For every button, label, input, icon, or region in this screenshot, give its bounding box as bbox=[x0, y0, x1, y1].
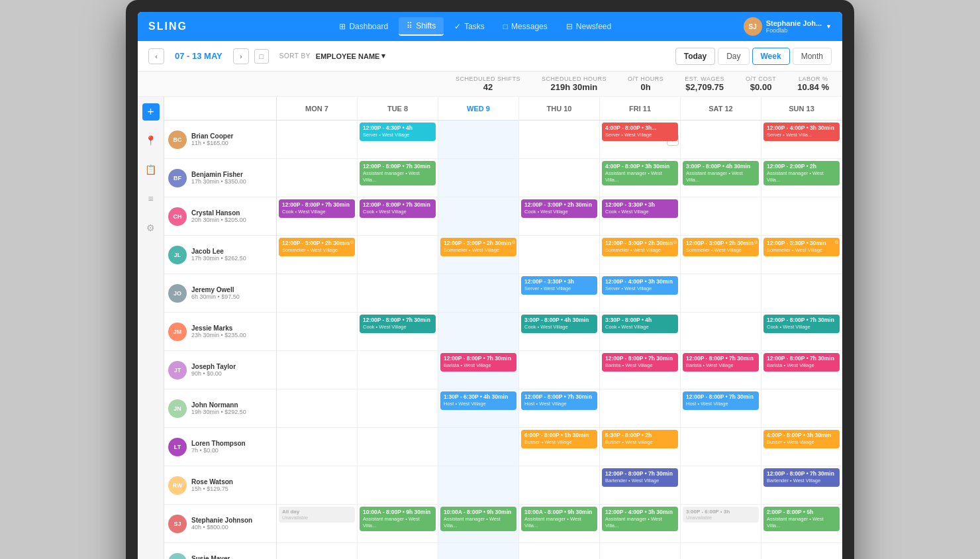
day-cell[interactable] bbox=[681, 197, 761, 236]
nav-dashboard[interactable]: ⊞ Dashboard bbox=[331, 17, 396, 36]
day-cell[interactable] bbox=[519, 543, 600, 559]
shift-block[interactable]: 4:00P - 8:00P • 3h...Server • West Villa… bbox=[602, 123, 678, 141]
day-cell[interactable]: 12:00P - 8:00P • 7h 30minHost • West Vil… bbox=[519, 389, 600, 428]
shift-block[interactable]: 5:30P - 8:00P • 2hBusser • West Village bbox=[602, 430, 678, 448]
day-cell[interactable]: 4:00P - 8:00P • 3h 30minAssistant manage… bbox=[600, 159, 681, 197]
user-menu[interactable]: SJ Stephanie Joh... Foodlab ▼ bbox=[744, 17, 832, 36]
shift-block[interactable]: 12:00P - 2:00P • 2hAssistant manager • W… bbox=[763, 161, 840, 185]
day-cell[interactable]: 12:00P - 8:00P • 7h 30minHost • West Vil… bbox=[681, 389, 761, 428]
day-cell[interactable] bbox=[358, 543, 438, 559]
day-cell[interactable]: 12:00P - 8:00P • 7h 30minBarista • West … bbox=[761, 351, 842, 389]
shift-block[interactable]: ⧉12:00P - 3:00P • 2h 30minSommelier • We… bbox=[602, 238, 678, 256]
shift-block[interactable]: 12:00P - 4:00P • 3h 30minAssistant manag… bbox=[602, 507, 678, 531]
day-cell[interactable]: 1:30P - 6:30P • 4h 30minHost • West Vill… bbox=[438, 389, 519, 428]
shift-block[interactable]: 3:00P - 8:00P • 4h 30minCook • West Vill… bbox=[521, 315, 597, 333]
shift-block[interactable]: 4:00P - 8:00P • 3h 30minBusser • West Vi… bbox=[763, 430, 840, 448]
shift-block[interactable]: ⧉12:00P - 3:00P • 2h 30minSommelier • We… bbox=[440, 238, 516, 256]
day-cell[interactable]: 12:00P - 8:00P • 7h 30minCook • West Vil… bbox=[277, 197, 358, 236]
shift-block[interactable]: 3:00P - 8:00P • 4h 30minAssistant manage… bbox=[683, 161, 759, 185]
day-cell[interactable] bbox=[681, 466, 761, 505]
day-cell[interactable]: 12:00P - 4:00P • 3h 30minAssistant manag… bbox=[600, 505, 681, 543]
shift-block[interactable]: 10:00A - 8:00P • 9h 30minAssistant manag… bbox=[360, 507, 436, 531]
location-icon[interactable]: 📍 bbox=[142, 131, 160, 150]
nav-shifts[interactable]: ⠿ Shifts bbox=[399, 17, 444, 36]
day-cell[interactable]: 12:00P - 2:00P • 2hAssistant manager • W… bbox=[761, 159, 842, 197]
shift-block[interactable]: ⧉12:00P - 3:00P • 2h 30minSommelier • We… bbox=[279, 238, 355, 256]
day-cell[interactable]: 12:00P - 8:00P • 7h 30minBartender • Wes… bbox=[761, 466, 842, 505]
month-view-button[interactable]: Month bbox=[793, 48, 832, 65]
day-cell[interactable] bbox=[277, 313, 358, 351]
day-cell[interactable]: 12:00P - 3:30P • 3hCook • West Village bbox=[600, 197, 681, 236]
add-button[interactable]: + bbox=[142, 103, 160, 121]
day-cell[interactable] bbox=[438, 466, 519, 505]
day-cell[interactable] bbox=[358, 466, 438, 505]
shift-block[interactable]: 10:00A - 8:00P • 9h 30minAssistant manag… bbox=[440, 507, 516, 531]
shift-block[interactable]: 12:00P - 8:00P • 7h 30minHost • West Vil… bbox=[683, 391, 759, 410]
nav-newsfeed[interactable]: ⊟ Newsfeed bbox=[558, 17, 619, 36]
day-cell[interactable]: 12:00P - 8:00P • 7h 30minCook • West Vil… bbox=[358, 197, 438, 236]
day-cell[interactable] bbox=[600, 543, 681, 559]
day-cell[interactable] bbox=[358, 389, 438, 428]
day-cell[interactable] bbox=[681, 274, 761, 313]
shift-block[interactable]: 1:30P - 6:30P • 4h 30minHost • West Vill… bbox=[440, 391, 516, 410]
day-cell[interactable] bbox=[761, 197, 842, 236]
shift-block[interactable]: 12:00P - 8:00P • 7h 30minAssistant manag… bbox=[360, 161, 436, 185]
day-cell[interactable]: 5:30P - 8:00P • 2hBusser • West Village bbox=[600, 428, 681, 466]
day-cell[interactable]: 12:00P - 8:00P • 7h 30minAssistant manag… bbox=[358, 159, 438, 197]
day-cell[interactable] bbox=[438, 159, 519, 197]
day-cell[interactable]: ⧉12:00P - 3:00P • 2h 30minSommelier • We… bbox=[600, 236, 681, 274]
day-cell[interactable] bbox=[277, 428, 358, 466]
day-cell[interactable] bbox=[277, 274, 358, 313]
shift-block[interactable]: 12:00P - 8:00P • 7h 30minBarista • West … bbox=[683, 353, 759, 372]
day-cell[interactable] bbox=[600, 389, 681, 428]
day-cell[interactable]: 12:00P - 4:00P • 3h 30minServer • West V… bbox=[761, 121, 842, 159]
shift-block[interactable]: 12:00P - 8:00P • 7h 30minBarista • West … bbox=[440, 353, 516, 372]
day-cell[interactable]: 2:00P - 8:00P • 5hAssistant manager • We… bbox=[761, 505, 842, 543]
day-cell[interactable]: All dayUnavailable bbox=[277, 505, 358, 543]
prev-week-button[interactable]: ‹ bbox=[148, 48, 164, 64]
nav-messages[interactable]: □ Messages bbox=[495, 17, 556, 36]
settings-icon[interactable]: ⚙ bbox=[142, 219, 160, 237]
day-cell[interactable] bbox=[277, 121, 358, 159]
day-cell[interactable] bbox=[358, 351, 438, 389]
day-cell[interactable]: ⧉12:00P - 3:30P • 30minSommelier • West … bbox=[761, 236, 842, 274]
day-cell[interactable] bbox=[438, 274, 519, 313]
day-cell[interactable]: 3:30P - 8:00P • 4hCook • West Village bbox=[600, 313, 681, 351]
day-cell[interactable] bbox=[438, 121, 519, 159]
shift-block[interactable]: 10:00A - 8:00P • 9h 30minAssistant manag… bbox=[521, 507, 597, 531]
day-cell[interactable]: 12:00P - 4:30P • 4hServer • West Village bbox=[358, 121, 438, 159]
day-cell[interactable]: 4:00P - 8:00P • 3h 30minBusser • West Vi… bbox=[761, 428, 842, 466]
shift-block[interactable]: 12:00P - 8:00P • 7h 30minBarista • West … bbox=[602, 353, 678, 372]
day-cell[interactable] bbox=[438, 428, 519, 466]
day-cell[interactable] bbox=[681, 543, 761, 559]
day-cell[interactable] bbox=[277, 389, 358, 428]
week-view-button[interactable]: Week bbox=[752, 48, 790, 65]
day-cell[interactable]: +4:00P - 8:00P • 3h...Server • West Vill… bbox=[600, 121, 681, 159]
shift-block[interactable]: 12:00P - 4:30P • 4hServer • West Village bbox=[360, 123, 436, 141]
day-cell[interactable] bbox=[438, 543, 519, 559]
day-cell[interactable]: 12:00P - 3:00P • 2h 30minCook • West Vil… bbox=[519, 197, 600, 236]
day-cell[interactable] bbox=[519, 121, 600, 159]
day-cell[interactable]: 12:00P - 8:00P • 7h 30minCook • West Vil… bbox=[761, 313, 842, 351]
shift-block[interactable]: 12:00P - 8:00P • 7h 30minBartender • Wes… bbox=[763, 468, 840, 487]
today-button[interactable]: Today bbox=[675, 48, 715, 65]
shift-block[interactable]: ⧉12:00P - 3:30P • 30minSommelier • West … bbox=[763, 238, 840, 256]
day-cell[interactable] bbox=[761, 274, 842, 313]
day-cell[interactable]: 10:00A - 8:00P • 9h 30minAssistant manag… bbox=[358, 505, 438, 543]
day-cell[interactable]: 12:00P - 4:00P • 3h 30minServer • West V… bbox=[600, 274, 681, 313]
day-cell[interactable]: 12:00P - 8:00P • 7h 30minBarista • West … bbox=[438, 351, 519, 389]
day-cell[interactable] bbox=[277, 159, 358, 197]
shift-block[interactable]: 12:00P - 3:30P • 3hServer • West Village bbox=[521, 276, 597, 295]
day-cell[interactable]: 12:00P - 3:30P • 3hServer • West Village bbox=[519, 274, 600, 313]
shift-block[interactable]: 4:00P - 8:00P • 3h 30minAssistant manage… bbox=[602, 161, 678, 185]
shift-block[interactable]: 12:00P - 8:00P • 7h 30minHost • West Vil… bbox=[521, 391, 597, 410]
day-cell[interactable] bbox=[519, 159, 600, 197]
day-cell[interactable] bbox=[681, 313, 761, 351]
shift-block[interactable]: 12:00P - 8:00P • 7h 30minCook • West Vil… bbox=[763, 315, 840, 333]
day-cell[interactable]: ⧉12:00P - 3:00P • 2h 30minSommelier • We… bbox=[681, 236, 761, 274]
shift-block[interactable]: 12:00P - 8:00P • 7h 30minBarista • West … bbox=[763, 353, 840, 372]
day-cell[interactable]: 10:00A - 8:00P • 9h 30minAssistant manag… bbox=[519, 505, 600, 543]
day-cell[interactable]: 3:00P - 8:00P • 4h 30minAssistant manage… bbox=[681, 159, 761, 197]
sort-dropdown[interactable]: EMPLOYEE NAME ▾ bbox=[316, 52, 386, 60]
day-cell[interactable]: 12:00P - 8:00P • 7h 30minCook • West Vil… bbox=[358, 313, 438, 351]
